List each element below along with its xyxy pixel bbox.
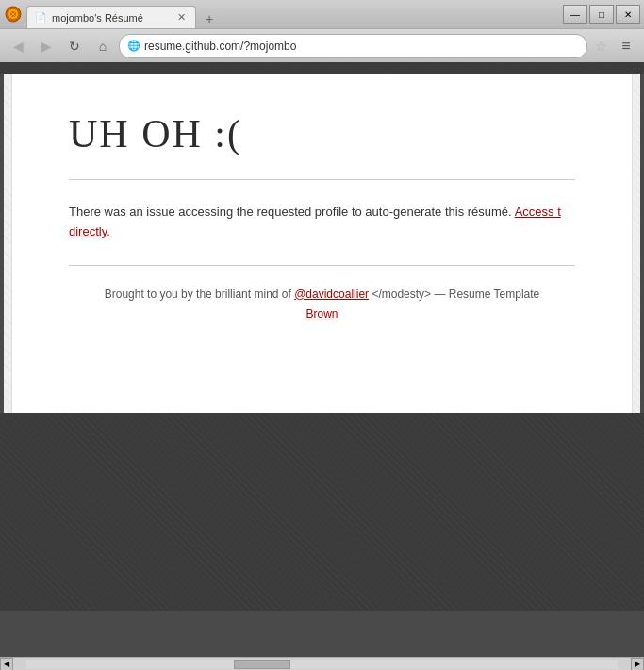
forward-button[interactable]: ▶ bbox=[34, 34, 58, 58]
scrollbar-thumb[interactable] bbox=[234, 660, 290, 669]
error-text-before: There was an issue accessing the request… bbox=[69, 204, 512, 219]
address-lock-icon: 🌐 bbox=[127, 40, 140, 52]
browser-icon bbox=[4, 5, 23, 24]
title-bar-left: 📄 mojombo's Résumé ✕ + bbox=[4, 0, 221, 28]
footer-middle-text: </modesty> — Resume Template bbox=[372, 287, 539, 301]
close-button[interactable]: ✕ bbox=[616, 5, 640, 24]
top-bg-strip bbox=[0, 62, 644, 74]
content-area: UH OH :( There was an issue accessing th… bbox=[4, 74, 640, 413]
scrollbar-right-button[interactable]: ▶ bbox=[631, 658, 644, 671]
bottom-divider bbox=[69, 265, 575, 266]
david-coallier-link[interactable]: @davidcoallier bbox=[294, 287, 369, 301]
scrollbar-left-button[interactable]: ◀ bbox=[0, 658, 13, 671]
menu-button[interactable]: ≡ bbox=[614, 34, 638, 58]
navigation-bar: ◀ ▶ ↻ ⌂ 🌐 ☆ ≡ bbox=[0, 28, 644, 62]
minimize-button[interactable]: — bbox=[563, 5, 587, 24]
back-button[interactable]: ◀ bbox=[6, 34, 30, 58]
reload-button[interactable]: ↻ bbox=[62, 34, 87, 58]
scrollbar-track bbox=[26, 660, 618, 669]
tab-bar: 📄 mojombo's Résumé ✕ + bbox=[26, 0, 221, 28]
page-wrapper: UH OH :( There was an issue accessing th… bbox=[11, 74, 633, 413]
top-divider bbox=[69, 179, 575, 180]
error-heading: UH OH :( bbox=[69, 111, 575, 156]
tab-title: mojombo's Résumé bbox=[52, 12, 143, 24]
active-tab[interactable]: 📄 mojombo's Résumé ✕ bbox=[26, 6, 196, 28]
brown-link[interactable]: Brown bbox=[305, 307, 338, 320]
footer-before-link: Brought to you by the brilliant mind of bbox=[105, 287, 291, 301]
tab-close-button[interactable]: ✕ bbox=[174, 11, 188, 25]
new-tab-button[interactable]: + bbox=[198, 9, 221, 28]
bookmark-button[interactable]: ☆ bbox=[591, 37, 610, 56]
outer-background bbox=[0, 413, 644, 611]
maximize-button[interactable]: □ bbox=[589, 5, 614, 24]
address-input[interactable] bbox=[144, 40, 579, 53]
horizontal-scrollbar: ◀ ▶ bbox=[0, 657, 644, 670]
title-bar: 📄 mojombo's Résumé ✕ + — □ ✕ bbox=[0, 0, 644, 28]
tab-favicon-icon: 📄 bbox=[35, 12, 46, 23]
window-controls: — □ ✕ bbox=[563, 5, 640, 24]
home-button[interactable]: ⌂ bbox=[91, 34, 115, 58]
footer-text: Brought to you by the brilliant mind of … bbox=[69, 285, 575, 325]
error-message: There was an issue accessing the request… bbox=[69, 203, 575, 242]
address-bar-container: 🌐 bbox=[119, 34, 587, 58]
